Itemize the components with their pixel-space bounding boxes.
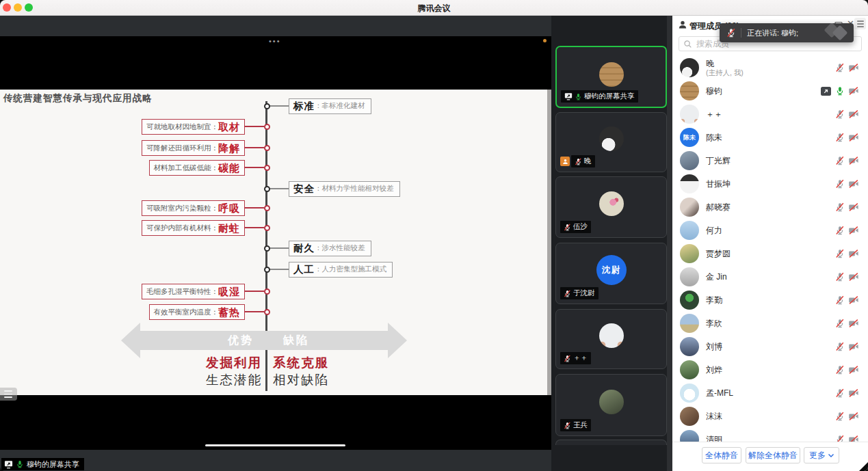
camera-off-icon[interactable] bbox=[848, 86, 859, 96]
member-row[interactable]: 郝晓赛 bbox=[672, 196, 868, 219]
more-button[interactable]: 更多 bbox=[804, 447, 839, 463]
camera-off-icon[interactable] bbox=[848, 342, 859, 351]
host-badge-icon bbox=[560, 157, 570, 166]
camera-off-icon[interactable] bbox=[848, 156, 859, 165]
mic-muted-icon[interactable] bbox=[835, 435, 845, 442]
partial-video-tile[interactable] bbox=[555, 440, 667, 445]
avatar bbox=[680, 198, 699, 217]
tile-name-tag: 晚 bbox=[560, 155, 595, 167]
slide-left-box: 可降解还田循环利用： 降解 bbox=[142, 140, 245, 156]
tile-name-label: 王兵 bbox=[573, 420, 588, 430]
mic-muted-icon[interactable] bbox=[835, 388, 845, 398]
mic-muted-icon[interactable] bbox=[835, 412, 845, 421]
mic-muted-icon[interactable] bbox=[835, 202, 845, 212]
camera-off-icon[interactable] bbox=[848, 412, 859, 421]
video-tile[interactable]: 伍沙 bbox=[555, 176, 667, 238]
mic-muted-icon[interactable] bbox=[835, 342, 845, 351]
member-row[interactable]: 何力 bbox=[672, 219, 868, 242]
conclusion-left: 发掘利用 生态潜能 bbox=[199, 354, 262, 388]
tile-name-tag: ＋＋ bbox=[560, 352, 591, 364]
mic-muted-icon[interactable] bbox=[835, 156, 845, 165]
member-name: 李欣 bbox=[706, 319, 835, 328]
member-row[interactable]: 晚 (主持人, 我) bbox=[672, 56, 868, 79]
mic-muted-icon[interactable] bbox=[835, 63, 845, 72]
camera-off-icon[interactable] bbox=[848, 179, 859, 189]
camera-off-icon[interactable] bbox=[848, 133, 859, 142]
video-tile[interactable]: ＋＋ bbox=[555, 309, 667, 369]
footer-divider bbox=[672, 442, 868, 442]
member-row[interactable]: 穆钧 bbox=[672, 79, 868, 103]
video-tile[interactable]: 晚 bbox=[555, 112, 667, 172]
avatar bbox=[680, 407, 699, 426]
mic-muted-icon[interactable] bbox=[835, 109, 845, 119]
camera-off-icon[interactable] bbox=[848, 295, 859, 305]
connector-line bbox=[269, 269, 289, 270]
camera-off-icon[interactable] bbox=[848, 226, 859, 235]
video-tile[interactable]: 沈尉 于沈尉 bbox=[555, 243, 667, 304]
member-row[interactable]: 清明 bbox=[672, 428, 868, 442]
camera-off-icon[interactable] bbox=[848, 202, 859, 212]
member-row[interactable]: 金 Jin bbox=[672, 265, 868, 288]
mic-muted-icon[interactable] bbox=[835, 365, 845, 375]
avatar-initials: 陈未 bbox=[683, 133, 696, 142]
member-subtitle: (主持人, 我) bbox=[706, 68, 835, 77]
connector-line bbox=[245, 311, 264, 312]
member-row[interactable]: 甘振坤 bbox=[672, 172, 868, 196]
timeline-node bbox=[264, 103, 270, 109]
member-row[interactable]: 李勤 bbox=[672, 288, 868, 312]
search-icon bbox=[683, 40, 692, 49]
tile-name-label: 于沈尉 bbox=[573, 288, 595, 298]
video-tile[interactable]: 王兵 bbox=[555, 374, 667, 436]
camera-off-icon[interactable] bbox=[848, 388, 859, 398]
mic-muted-icon[interactable] bbox=[835, 295, 845, 305]
video-tile[interactable]: 穆钧的屏幕共享 bbox=[555, 46, 667, 108]
mute-all-button[interactable]: 全体静音 bbox=[702, 447, 741, 463]
mic-muted-icon bbox=[564, 422, 571, 429]
timeline-node bbox=[264, 267, 270, 273]
more-options-icon[interactable]: ••• bbox=[269, 38, 281, 44]
camera-off-icon[interactable] bbox=[848, 365, 859, 375]
mic-muted-icon[interactable] bbox=[835, 226, 845, 235]
member-name: 甘振坤 bbox=[706, 179, 835, 189]
unmute-all-button[interactable]: 解除全体静音 bbox=[746, 447, 800, 463]
camera-off-icon[interactable] bbox=[848, 435, 859, 442]
avatar bbox=[680, 244, 699, 263]
slide-left-box: 可吸附室内污染颗粒： 呼吸 bbox=[142, 200, 245, 216]
panel-menu-icon[interactable] bbox=[854, 18, 866, 29]
shared-slide: 传统营建智慧传承与现代应用战略 可就地取材因地制宜： 取材 可降解还田循环利用：… bbox=[0, 90, 551, 395]
mic-live-icon bbox=[16, 460, 24, 468]
mic-muted-icon[interactable] bbox=[835, 179, 845, 189]
member-name: 沫沫 bbox=[706, 412, 835, 421]
mic-muted-icon[interactable] bbox=[835, 133, 845, 142]
member-row[interactable]: 孟-MFL bbox=[672, 381, 868, 405]
slide-left-box: 可保护内部有机材料： 耐蛀 bbox=[142, 220, 245, 236]
mic-muted-icon[interactable] bbox=[835, 249, 845, 258]
member-row[interactable]: 刘烨 bbox=[672, 358, 868, 381]
camera-off-icon[interactable] bbox=[848, 109, 859, 119]
member-row[interactable]: 陈未 陈未 bbox=[672, 126, 868, 149]
tile-name-tag: 于沈尉 bbox=[560, 287, 599, 299]
mic-live-icon[interactable] bbox=[835, 86, 845, 96]
camera-off-icon[interactable] bbox=[848, 319, 859, 328]
mic-muted-icon[interactable] bbox=[835, 272, 845, 282]
slide-right-box: 人工 ：人力密集型施工模式 bbox=[289, 262, 393, 278]
slide-left-box: 毛细多孔湿平衡特性： 吸湿 bbox=[142, 284, 245, 299]
member-row[interactable]: 贾梦圆 bbox=[672, 242, 868, 265]
member-row[interactable]: 丁光辉 bbox=[672, 149, 868, 172]
axis-arrow-shaft bbox=[140, 331, 389, 350]
member-row[interactable]: 沫沫 bbox=[672, 405, 868, 428]
camera-off-icon[interactable] bbox=[848, 63, 859, 72]
member-row[interactable]: ＋＋ bbox=[672, 103, 868, 126]
video-strip-scrollbar[interactable] bbox=[667, 15, 672, 471]
meeting-logo-icon bbox=[822, 23, 854, 42]
tile-name-label: 伍沙 bbox=[573, 222, 588, 232]
mic-muted-icon[interactable] bbox=[835, 319, 845, 328]
member-row[interactable]: 李欣 bbox=[672, 312, 868, 335]
member-row[interactable]: 刘博 bbox=[672, 335, 868, 358]
camera-off-icon[interactable] bbox=[848, 272, 859, 282]
sidebar-toggle-button[interactable] bbox=[0, 388, 17, 401]
resize-corner[interactable] bbox=[859, 462, 868, 471]
camera-off-icon[interactable] bbox=[848, 249, 859, 258]
connector-line bbox=[245, 126, 264, 127]
timeline-node bbox=[264, 288, 270, 295]
